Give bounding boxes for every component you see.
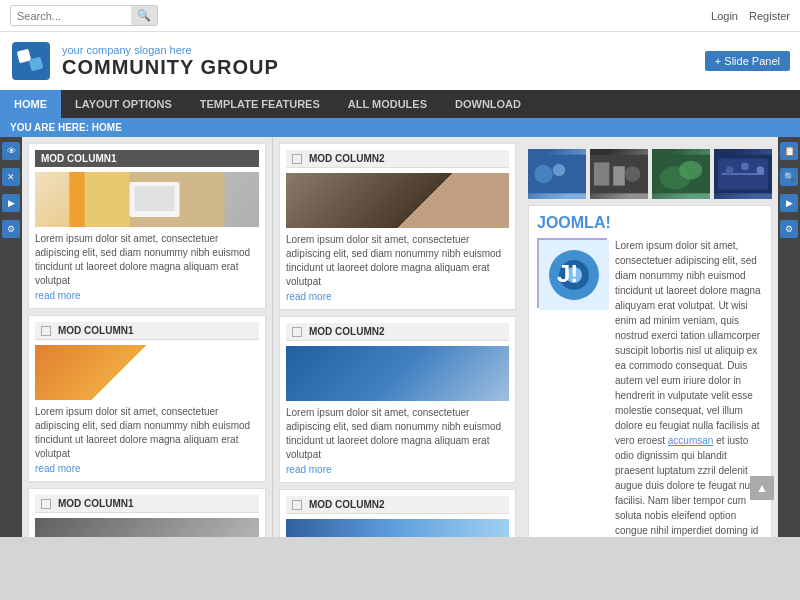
right-sidebar-icon3[interactable]: ▶: [780, 194, 798, 212]
company-slogan: your company slogan here: [62, 44, 279, 56]
mod-column1-header3: MOD COLUMN1: [35, 495, 259, 513]
left-sidebar: 👁 ✕ ▶ ⚙: [0, 137, 22, 537]
mod-column2-title2: MOD COLUMN2: [309, 326, 385, 337]
mod-column1-box2: MOD COLUMN1 Lorem ipsum dolor sit amet, …: [28, 315, 266, 482]
thumb3: [652, 149, 710, 199]
col2-image1: [286, 173, 509, 228]
col1-read-more1[interactable]: read more: [35, 290, 81, 301]
checkbox-icon5: [292, 327, 302, 337]
mod-column2-title1: MOD COLUMN2: [309, 153, 385, 164]
col1-read-more2[interactable]: read more: [35, 463, 81, 474]
svg-rect-24: [613, 166, 625, 185]
joomla-text-main: Lorem ipsum dolor sit amet, consectetuer…: [615, 240, 761, 446]
col1-image1: [35, 172, 259, 227]
right-main-content: lorem ipsum dolor sit amet, consectetuer…: [522, 137, 778, 537]
right-sidebar-icon2[interactable]: 🔍: [780, 168, 798, 186]
two-col-right: MOD COLUMN2 Lorem ipsum dolor sit amet, …: [272, 137, 522, 537]
svg-point-25: [625, 166, 640, 181]
svg-point-20: [534, 165, 553, 184]
joomla-section: JOOMLA! J!: [528, 205, 772, 537]
register-link[interactable]: Register: [749, 10, 790, 22]
mod-column1-header2: MOD COLUMN1: [35, 322, 259, 340]
thumb1: [528, 149, 586, 199]
mod-column1-title3: MOD COLUMN1: [58, 498, 134, 509]
svg-point-32: [726, 166, 734, 174]
mod-column2-box1: MOD COLUMN2 Lorem ipsum dolor sit amet, …: [279, 143, 516, 310]
checkbox-icon4: [292, 154, 302, 164]
svg-point-28: [679, 161, 702, 180]
logo-icon: [10, 40, 52, 82]
sidebar-icon-close[interactable]: ✕: [2, 168, 20, 186]
breadcrumb: YOU ARE HERE: HOME: [0, 118, 800, 137]
col1-text1: Lorem ipsum dolor sit amet, consectetuer…: [35, 232, 259, 288]
scroll-top-button[interactable]: ▲: [750, 476, 774, 500]
top-links: Login Register: [703, 10, 790, 22]
nav-modules[interactable]: ALL MODULES: [334, 90, 441, 118]
right-sidebar-icon1[interactable]: 📋: [780, 142, 798, 160]
joomla-content: J! Lorem ipsum dolor sit amet, consectet…: [537, 238, 763, 537]
mod-column2-box3: MOD COLUMN2 Lorem ipsum dolor sit amet, …: [279, 489, 516, 537]
mod-column2-header1: MOD COLUMN2: [286, 150, 509, 168]
joomla-text-end: et iusto odio dignissim qui blandit prae…: [615, 435, 760, 537]
col1-image3: [35, 518, 259, 537]
col2-read-more2[interactable]: read more: [286, 464, 332, 475]
svg-point-34: [757, 166, 765, 174]
right-sidebar-icon4[interactable]: ⚙: [780, 220, 798, 238]
col2-image2: [286, 346, 509, 401]
svg-rect-7: [70, 172, 85, 227]
col1-image2: [35, 345, 259, 400]
search-button[interactable]: 🔍: [131, 6, 157, 25]
sidebar-icon-play[interactable]: ▶: [2, 194, 20, 212]
nav-home[interactable]: HOME: [0, 90, 61, 118]
mod-column2-box2: MOD COLUMN2 Lorem ipsum dolor sit amet, …: [279, 316, 516, 483]
mod-column2-title3: MOD COLUMN2: [309, 499, 385, 510]
nav-template[interactable]: TEMPLATE FEATURES: [186, 90, 334, 118]
mod-column2-header3: MOD COLUMN2: [286, 496, 509, 514]
joomla-link[interactable]: accumsan: [668, 435, 714, 446]
company-name: COMMUNITY GROUP: [62, 56, 279, 79]
svg-rect-6: [135, 186, 175, 211]
mod-column1-header: MOD COLUMN1: [35, 150, 259, 167]
thumb4: [714, 149, 772, 199]
top-bar: 🔍 Login Register: [0, 0, 800, 32]
mod-column1-box3: MOD COLUMN1 Lorem ipsum dolor sit amet, …: [28, 488, 266, 537]
slide-panel-button[interactable]: + Slide Panel: [705, 51, 790, 71]
col2-text2: Lorem ipsum dolor sit amet, consectetuer…: [286, 406, 509, 462]
two-col-left: MOD COLUMN1 Lorem ipsum dolor sit amet, …: [22, 137, 272, 537]
thumbnail-row: [528, 149, 772, 199]
search-form: 🔍: [10, 5, 158, 26]
checkbox-icon: [41, 326, 51, 336]
joomla-image: J!: [537, 238, 607, 308]
joomla-text-area: Lorem ipsum dolor sit amet, consectetuer…: [615, 238, 763, 537]
mod-column1-title2: MOD COLUMN1: [58, 325, 134, 336]
col2-image3: [286, 519, 509, 537]
main-content: 👁 ✕ ▶ ⚙ MOD COLUMN1: [0, 137, 800, 537]
content-area: MOD COLUMN1 Lorem ipsum dolor sit amet, …: [22, 137, 778, 537]
svg-rect-23: [594, 162, 609, 185]
logo-area: your company slogan here COMMUNITY GROUP: [10, 40, 279, 82]
site-header: your company slogan here COMMUNITY GROUP…: [0, 32, 800, 90]
logo-text: your company slogan here COMMUNITY GROUP: [62, 44, 279, 79]
main-nav: HOME LAYOUT OPTIONS TEMPLATE FEATURES AL…: [0, 90, 800, 118]
svg-point-33: [741, 162, 749, 170]
mod-column1-box1: MOD COLUMN1 Lorem ipsum dolor sit amet, …: [28, 143, 266, 309]
checkbox-icon6: [292, 500, 302, 510]
col2-read-more1[interactable]: read more: [286, 291, 332, 302]
nav-download[interactable]: DOWNLOAD: [441, 90, 535, 118]
search-input[interactable]: [11, 7, 131, 25]
joomla-title: JOOMLA!: [537, 214, 763, 232]
col2-text1: Lorem ipsum dolor sit amet, consectetuer…: [286, 233, 509, 289]
thumb2: [590, 149, 648, 199]
svg-text:J!: J!: [557, 260, 578, 287]
sidebar-icon-eye[interactable]: 👁: [2, 142, 20, 160]
checkbox-icon3: [41, 499, 51, 509]
svg-point-21: [553, 164, 565, 176]
col1-text2: Lorem ipsum dolor sit amet, consectetuer…: [35, 405, 259, 461]
login-link[interactable]: Login: [711, 10, 738, 22]
sidebar-icon-gear[interactable]: ⚙: [2, 220, 20, 238]
right-sidebar: 📋 🔍 ▶ ⚙: [778, 137, 800, 537]
page-wrapper: 🔍 Login Register your company slogan her…: [0, 0, 800, 600]
nav-layout[interactable]: LAYOUT OPTIONS: [61, 90, 186, 118]
mod-column2-header2: MOD COLUMN2: [286, 323, 509, 341]
mod-column1-title: MOD COLUMN1: [41, 153, 117, 164]
